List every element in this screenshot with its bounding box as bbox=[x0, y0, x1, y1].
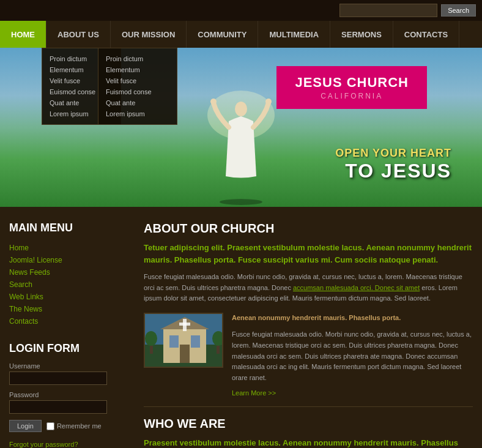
hero-tagline: OPEN YOUR HEART TO JESUS bbox=[335, 147, 451, 182]
username-label: Username bbox=[9, 362, 132, 370]
sidebar-menu-item-contacts[interactable]: Contacts bbox=[9, 315, 132, 327]
hero-tagline-line1: OPEN YOUR HEART bbox=[335, 147, 451, 160]
login-form-title: LOGIN FORM bbox=[9, 342, 132, 355]
remember-me-label[interactable]: Remember me bbox=[46, 422, 102, 430]
login-button[interactable]: Login bbox=[9, 420, 42, 432]
nav-item-sermons[interactable]: SERMONS bbox=[330, 21, 393, 48]
login-section: Username Password Login Remember me Forg… bbox=[9, 362, 132, 448]
sidebar-menu-item-the-news[interactable]: The News bbox=[9, 303, 132, 315]
church-image bbox=[144, 313, 223, 368]
about-highlight: Tetuer adipiscing elit. Praesent vestibu… bbox=[144, 242, 473, 266]
nav-item-contacts[interactable]: CONTACTS bbox=[393, 21, 459, 48]
about-body2-title: Aenean nonummy hendrerit mauris. Phasell… bbox=[232, 313, 473, 324]
svg-rect-14 bbox=[180, 345, 190, 363]
nav-item-mission[interactable]: OUR MISSION bbox=[111, 21, 187, 48]
sidebar-menu: Home Joomla! License News Feeds Search W… bbox=[9, 242, 132, 327]
sidebar-links: Forgot your password? Forgot your userna… bbox=[9, 439, 132, 448]
about-learn-more-link[interactable]: Learn More >> bbox=[232, 389, 473, 397]
password-input[interactable] bbox=[9, 400, 107, 414]
dropdown-about-item-1[interactable]: Elementum bbox=[106, 64, 169, 75]
svg-point-1 bbox=[235, 102, 247, 116]
svg-point-16 bbox=[145, 331, 157, 346]
password-label: Password bbox=[9, 391, 132, 398]
search-button[interactable]: Search bbox=[441, 4, 476, 17]
content-area: ABOUT OUR CHURCH Tetuer adipiscing elit.… bbox=[144, 219, 473, 448]
dropdown-about-item-3[interactable]: Fuismod conse bbox=[106, 86, 169, 97]
sidebar: MAIN MENU Home Joomla! License News Feed… bbox=[9, 219, 132, 448]
remember-me-text: Remember me bbox=[57, 422, 102, 430]
who-we-are-title: WHO WE ARE bbox=[144, 417, 473, 431]
nav-item-about[interactable]: ABOUT US bbox=[46, 21, 111, 48]
hero-section: Proin dictum Elementum Velit fusce Euism… bbox=[0, 48, 482, 207]
sidebar-menu-item-home[interactable]: Home bbox=[9, 242, 132, 254]
about-body1-link[interactable]: accumsan malesuada orci. Donec sit amet bbox=[293, 284, 420, 291]
about-church-title: ABOUT OUR CHURCH bbox=[144, 222, 473, 236]
svg-rect-13 bbox=[191, 335, 200, 348]
svg-point-2 bbox=[210, 99, 217, 105]
dropdown-about-item-2[interactable]: Velit fusce bbox=[106, 75, 169, 86]
username-input[interactable] bbox=[9, 371, 107, 385]
svg-rect-12 bbox=[169, 335, 179, 348]
about-image-text: Aenean nonummy hendrerit mauris. Phasell… bbox=[232, 313, 473, 397]
about-body1: Fusce feugiat malesuada odio. Morbi nunc… bbox=[144, 272, 473, 304]
sidebar-menu-item-web-links[interactable]: Web Links bbox=[9, 291, 132, 303]
nav-item-community[interactable]: COMMUNITY bbox=[187, 21, 258, 48]
svg-point-4 bbox=[220, 199, 262, 205]
sidebar-menu-item-search[interactable]: Search bbox=[9, 278, 132, 291]
svg-point-3 bbox=[265, 99, 272, 105]
top-bar: Search bbox=[0, 0, 482, 21]
nav-item-home[interactable]: HOME bbox=[0, 21, 46, 48]
main-content: MAIN MENU Home Joomla! License News Feed… bbox=[0, 207, 482, 448]
dropdown-about-item-4[interactable]: Quat ante bbox=[106, 97, 169, 108]
person-figure bbox=[204, 84, 278, 207]
person-svg bbox=[207, 91, 275, 207]
nav-item-multimedia[interactable]: MULTIMEDIA bbox=[258, 21, 330, 48]
forgot-password-link[interactable]: Forgot your password? bbox=[9, 439, 132, 448]
login-row: Login Remember me bbox=[9, 420, 132, 432]
dropdown-about-item-5[interactable]: Lorem ipsum bbox=[106, 108, 169, 119]
hero-tagline-line2: TO JESUS bbox=[335, 160, 451, 182]
dropdown-about-item-0[interactable]: Proin dictum bbox=[106, 53, 169, 64]
section-divider bbox=[144, 406, 473, 407]
remember-me-checkbox[interactable] bbox=[46, 422, 54, 430]
about-body2: Fusce feugiat malesuada odio. Morbi nunc… bbox=[232, 329, 473, 383]
church-title-box: JESUS CHURCH CALIFORNIA bbox=[276, 66, 427, 109]
nav-bar: HOME ABOUT US OUR MISSION COMMUNITY MULT… bbox=[0, 21, 482, 48]
dropdown-about: Proin dictum Elementum Velit fusce Fuism… bbox=[98, 48, 177, 125]
church-location: CALIFORNIA bbox=[295, 92, 409, 100]
sidebar-menu-item-joomla[interactable]: Joomla! License bbox=[9, 254, 132, 266]
main-menu-title: MAIN MENU bbox=[9, 222, 132, 234]
search-input[interactable] bbox=[339, 4, 437, 17]
church-image-row: Aenean nonummy hendrerit mauris. Phasell… bbox=[144, 313, 473, 397]
sidebar-menu-item-news-feeds[interactable]: News Feeds bbox=[9, 266, 132, 278]
who-highlight: Praesent vestibulum molestie lacus. Aene… bbox=[144, 437, 473, 448]
church-name: JESUS CHURCH bbox=[295, 75, 409, 91]
svg-rect-11 bbox=[179, 323, 190, 326]
